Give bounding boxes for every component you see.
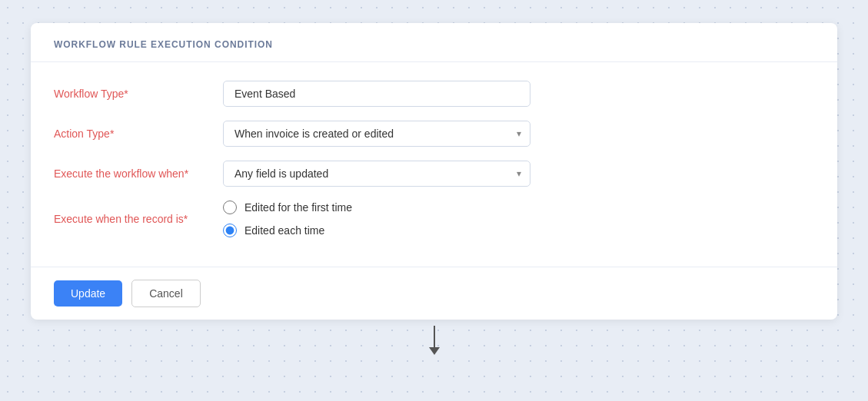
radio-first-time-input[interactable] <box>223 200 237 214</box>
card-title: WORKFLOW RULE EXECUTION CONDITION <box>54 39 273 50</box>
execute-when-select[interactable]: Any field is updated Specific field is u… <box>223 161 530 187</box>
execute-when-select-wrapper: Any field is updated Specific field is u… <box>223 161 530 187</box>
workflow-type-row: Workflow Type* <box>54 81 814 107</box>
card-footer: Update Cancel <box>31 267 837 320</box>
workflow-type-label: Workflow Type* <box>54 88 223 100</box>
radio-first-time[interactable]: Edited for the first time <box>223 200 352 214</box>
radio-each-time[interactable]: Edited each time <box>223 224 352 237</box>
card-header: WORKFLOW RULE EXECUTION CONDITION <box>31 23 837 62</box>
execute-record-row: Execute when the record is* Edited for t… <box>54 200 814 237</box>
execute-record-label: Execute when the record is* <box>54 213 223 225</box>
radio-each-time-input[interactable] <box>223 224 237 237</box>
execute-when-row: Execute the workflow when* Any field is … <box>54 161 814 187</box>
cancel-button[interactable]: Cancel <box>131 280 201 307</box>
action-type-row: Action Type* When invoice is created or … <box>54 121 814 147</box>
workflow-condition-card: WORKFLOW RULE EXECUTION CONDITION Workfl… <box>31 23 837 320</box>
action-type-label: Action Type* <box>54 128 223 140</box>
radio-first-time-label: Edited for the first time <box>244 201 352 214</box>
execute-record-radio-group: Edited for the first time Edited each ti… <box>223 200 352 237</box>
radio-each-time-label: Edited each time <box>244 224 324 237</box>
action-type-select[interactable]: When invoice is created or edited When i… <box>223 121 530 147</box>
arrow-down-indicator <box>429 326 440 355</box>
action-type-select-wrapper: When invoice is created or edited When i… <box>223 121 530 147</box>
update-button[interactable]: Update <box>54 280 122 307</box>
arrow-head-icon <box>429 347 440 355</box>
workflow-type-input[interactable] <box>223 81 530 107</box>
execute-when-label: Execute the workflow when* <box>54 167 223 180</box>
arrow-line <box>434 326 435 347</box>
card-body: Workflow Type* Action Type* When invoice… <box>31 62 837 267</box>
